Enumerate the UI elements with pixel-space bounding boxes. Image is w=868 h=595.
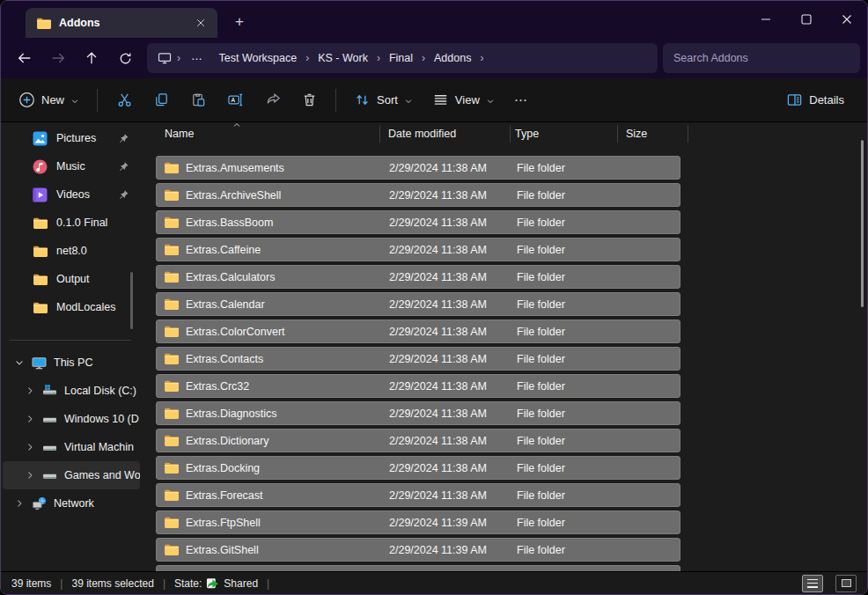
table-row[interactable]: Extras.Caffeine 2/29/2024 11:38 AM File … bbox=[156, 238, 680, 261]
table-row[interactable]: Extras.Contacts 2/29/2024 11:38 AM File … bbox=[156, 347, 680, 371]
list-scrollbar[interactable] bbox=[861, 140, 864, 307]
paste-icon bbox=[190, 92, 207, 108]
more-options-button[interactable]: ⋯ bbox=[505, 84, 537, 116]
sidebar-item-0-1-0-final[interactable]: 0.1.0 Final bbox=[3, 209, 140, 237]
tab-close-icon[interactable] bbox=[191, 13, 210, 33]
details-view-toggle[interactable] bbox=[802, 575, 823, 592]
folder-icon bbox=[36, 16, 51, 31]
delete-button[interactable] bbox=[291, 84, 327, 116]
view-button[interactable]: View bbox=[423, 84, 504, 116]
cut-icon bbox=[116, 92, 133, 108]
sidebar-item-net8-0[interactable]: net8.0 bbox=[3, 237, 140, 265]
file-list: Name Date modified Type Size Extras.Amus… bbox=[151, 122, 867, 571]
sidebar-item-local-disk-c[interactable]: Local Disk (C:) bbox=[3, 377, 140, 405]
tab-addons[interactable]: Addons bbox=[26, 8, 217, 38]
folder-icon bbox=[164, 515, 179, 530]
sidebar-item-this-pc[interactable]: This PC bbox=[3, 349, 140, 377]
sidebar-scrollbar[interactable] bbox=[130, 272, 133, 329]
sidebar-item-games-and-wo[interactable]: Games and Wo bbox=[3, 461, 140, 489]
sidebar-item-modlocales[interactable]: ModLocales bbox=[3, 293, 140, 321]
table-row[interactable]: Extras.Crc32 2/29/2024 11:38 AM File fol… bbox=[156, 374, 680, 398]
sidebar-item-output[interactable]: Output bbox=[3, 265, 140, 293]
maximize-button[interactable] bbox=[786, 1, 827, 38]
chevron-right-icon bbox=[13, 498, 25, 509]
column-header-name[interactable]: Name bbox=[165, 128, 194, 140]
large-icons-view-toggle[interactable] bbox=[835, 575, 857, 592]
copy-button[interactable] bbox=[143, 84, 179, 116]
monitor-outline-icon bbox=[158, 51, 172, 65]
monitor-icon bbox=[32, 356, 47, 371]
folder-icon bbox=[164, 542, 179, 557]
table-row[interactable]: Extras.ColorConvert 2/29/2024 11:38 AM F… bbox=[156, 320, 680, 343]
table-row[interactable]: Extras.Docking 2/29/2024 11:38 AM File f… bbox=[156, 456, 680, 480]
close-button[interactable] bbox=[827, 1, 867, 38]
breadcrumb-overflow[interactable]: ⋯ bbox=[186, 52, 209, 65]
folder-icon bbox=[33, 272, 48, 287]
column-header-date[interactable]: Date modified bbox=[388, 128, 456, 140]
search-box[interactable] bbox=[663, 43, 860, 73]
table-row[interactable]: Extras.FtpShell 2/29/2024 11:39 AM File … bbox=[156, 511, 680, 534]
file-explorer-window: Addons + › ⋯ Test Workspace›KS - Work›Fi… bbox=[0, 0, 868, 595]
chevron-down-icon bbox=[70, 97, 79, 106]
network-icon bbox=[32, 496, 47, 511]
toolbar-divider bbox=[97, 89, 98, 112]
table-row[interactable]: Extras.BassBoom 2/29/2024 11:38 AM File … bbox=[156, 210, 680, 234]
minimize-button[interactable] bbox=[746, 1, 786, 38]
folder-icon bbox=[164, 187, 179, 202]
table-row[interactable]: Extras.GitShell 2/29/2024 11:39 AM File … bbox=[156, 538, 680, 562]
breadcrumb[interactable]: › ⋯ Test Workspace›KS - Work›Final›Addon… bbox=[147, 43, 658, 73]
share-button[interactable] bbox=[254, 84, 290, 116]
folder-icon bbox=[164, 378, 179, 393]
folder-icon bbox=[164, 215, 179, 230]
main-area: Pictures Music Videos 0.1.0 Final net8.0… bbox=[1, 122, 867, 571]
sort-button[interactable]: Sort bbox=[345, 84, 422, 116]
table-row[interactable]: Extras.Calendar 2/29/2024 11:38 AM File … bbox=[156, 292, 680, 316]
new-tab-button[interactable]: + bbox=[226, 10, 253, 34]
column-header-size[interactable]: Size bbox=[626, 128, 647, 140]
forward-button[interactable] bbox=[41, 43, 75, 73]
sidebar-item-network[interactable]: Network bbox=[3, 489, 140, 518]
sidebar-item-pictures[interactable]: Pictures bbox=[3, 124, 140, 152]
table-row[interactable]: Extras.Amusements 2/29/2024 11:38 AM Fil… bbox=[156, 156, 680, 180]
sidebar-item-videos[interactable]: Videos bbox=[3, 180, 140, 209]
breadcrumb-item-test-workspace[interactable]: Test Workspace bbox=[212, 49, 305, 67]
breadcrumb-chevron: › bbox=[375, 52, 382, 64]
table-row[interactable]: Extras.Diagnostics 2/29/2024 11:38 AM Fi… bbox=[156, 401, 680, 425]
details-pane-button[interactable]: Details bbox=[777, 84, 853, 116]
cut-button[interactable] bbox=[107, 84, 142, 116]
table-row[interactable]: Extras.Dictionary 2/29/2024 11:38 AM Fil… bbox=[156, 429, 680, 452]
sidebar-item-virtual-machin[interactable]: Virtual Machin bbox=[3, 433, 140, 461]
back-button[interactable] bbox=[8, 43, 41, 73]
paste-button[interactable] bbox=[180, 84, 216, 116]
chevron-right-icon bbox=[24, 414, 35, 424]
breadcrumb-item-addons[interactable]: Addons bbox=[427, 49, 478, 67]
details-panel-icon bbox=[786, 92, 803, 108]
table-row[interactable]: Extras.HttpShell 2/29/2024 11:39 AM File… bbox=[156, 565, 680, 571]
breadcrumb-item-ks-work[interactable]: KS - Work bbox=[311, 49, 375, 67]
large-icons-view-icon bbox=[842, 579, 851, 587]
search-input[interactable] bbox=[673, 52, 850, 64]
chevron-right-icon bbox=[24, 470, 35, 481]
column-header-type[interactable]: Type bbox=[515, 128, 539, 140]
music-icon bbox=[33, 159, 48, 174]
rename-button[interactable] bbox=[217, 84, 253, 116]
folder-icon bbox=[33, 300, 48, 315]
table-row[interactable]: Extras.Calculators 2/29/2024 11:38 AM Fi… bbox=[156, 265, 680, 289]
new-button[interactable]: New bbox=[10, 84, 88, 116]
table-row[interactable]: Extras.ArchiveShell 2/29/2024 11:38 AM F… bbox=[156, 183, 680, 207]
breadcrumb-chevron: › bbox=[175, 52, 182, 64]
command-toolbar: New Sort View ⋯ Details bbox=[1, 78, 867, 122]
sidebar-item-windows-10-d[interactable]: Windows 10 (D bbox=[3, 405, 140, 433]
plus-circle-icon bbox=[18, 92, 35, 108]
status-bar: 39 items | 39 items selected | State: Sh… bbox=[1, 571, 867, 594]
breadcrumb-item-final[interactable]: Final bbox=[382, 49, 420, 67]
refresh-button[interactable] bbox=[108, 43, 142, 73]
table-row[interactable]: Extras.Forecast 2/29/2024 11:38 AM File … bbox=[156, 483, 680, 507]
sidebar-item-music[interactable]: Music bbox=[3, 152, 140, 180]
title-bar: Addons + bbox=[1, 1, 867, 38]
up-button[interactable] bbox=[75, 43, 108, 73]
sort-icon bbox=[354, 92, 371, 108]
state-label: State: bbox=[174, 577, 202, 590]
view-lines-icon bbox=[432, 92, 449, 108]
chevron-down-big-icon bbox=[13, 357, 25, 368]
